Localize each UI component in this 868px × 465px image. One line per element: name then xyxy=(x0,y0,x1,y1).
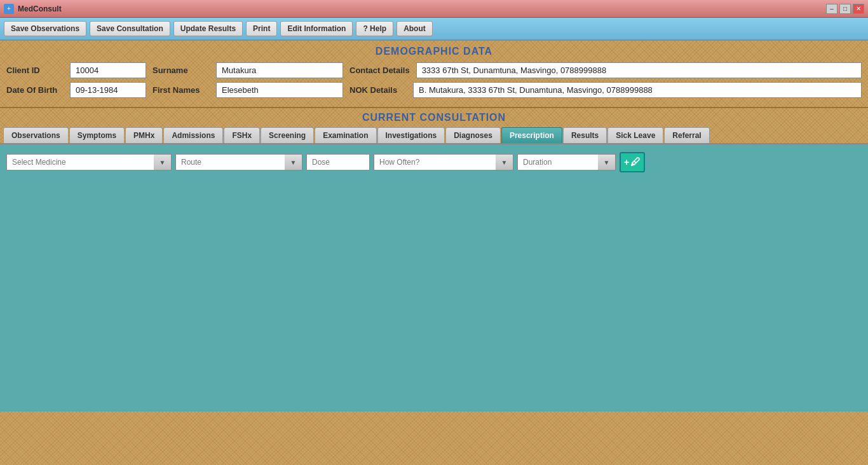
how-often-dropdown-arrow[interactable]: ▼ xyxy=(496,154,513,170)
add-prescription-button[interactable]: + 🖊 xyxy=(620,152,645,172)
main-content: DEMOGRAPHIC DATA Client ID 10004 Surname… xyxy=(0,41,868,465)
edit-information-button[interactable]: Edit Information xyxy=(280,21,353,36)
app-icon: + xyxy=(4,4,14,14)
how-often-select-wrapper: ▼ xyxy=(374,154,513,170)
save-observations-button[interactable]: Save Observations xyxy=(4,21,86,36)
tab-results[interactable]: Results xyxy=(563,127,607,143)
tab-referral[interactable]: Referral xyxy=(664,127,709,143)
tab-fshx[interactable]: FSHx xyxy=(224,127,260,143)
first-names-label: First Names xyxy=(153,85,210,95)
contact-details-label: Contact Details xyxy=(349,66,410,75)
demo-row-1: Client ID 10004 Surname Mutakura Contact… xyxy=(6,62,862,78)
toolbar: Save Observations Save Consultation Upda… xyxy=(0,18,868,41)
tab-admissions[interactable]: Admissions xyxy=(163,127,223,143)
minimize-button[interactable]: – xyxy=(826,4,837,14)
duration-dropdown-arrow[interactable]: ▼ xyxy=(598,154,616,170)
first-names-value: Elesebeth xyxy=(216,82,343,98)
tabs-bar: Observations Symptoms PMHx Admissions FS… xyxy=(0,127,868,144)
consultation-section: CURRENT CONSULTATION Observations Sympto… xyxy=(0,108,868,412)
prescription-form-row: ▼ ▼ ▼ ▼ xyxy=(6,152,862,172)
tab-pmhx[interactable]: PMHx xyxy=(125,127,163,143)
contact-details-value: 3333 67th St, Dunamtuna, Masvingo, 07889… xyxy=(416,62,862,78)
nok-details-label: NOK Details xyxy=(349,85,407,95)
help-button[interactable]: ? Help xyxy=(356,21,393,36)
demo-row-2: Date Of Birth 09-13-1984 First Names Ele… xyxy=(6,82,862,98)
demographic-title: DEMOGRAPHIC DATA xyxy=(6,46,862,57)
medicine-select-input[interactable] xyxy=(6,154,172,170)
medicine-dropdown-arrow[interactable]: ▼ xyxy=(154,154,172,170)
app-title: MedConsult xyxy=(18,4,62,13)
tab-observations[interactable]: Observations xyxy=(3,127,69,143)
duration-select-wrapper: ▼ xyxy=(517,154,616,170)
title-bar: + MedConsult – □ ✕ xyxy=(0,0,868,18)
dose-input[interactable] xyxy=(306,154,370,170)
tab-examination[interactable]: Examination xyxy=(315,127,376,143)
route-select-wrapper: ▼ xyxy=(175,154,302,170)
dob-value: 09-13-1984 xyxy=(70,82,146,98)
tab-prescription[interactable]: Prescription xyxy=(501,127,562,143)
route-select-input[interactable] xyxy=(175,154,302,170)
surname-value: Mutakura xyxy=(216,62,343,78)
consultation-title: CURRENT CONSULTATION xyxy=(0,108,868,127)
medicine-select-wrapper: ▼ xyxy=(6,154,172,170)
print-button[interactable]: Print xyxy=(246,21,277,36)
tab-sick-leave[interactable]: Sick Leave xyxy=(607,127,663,143)
close-button[interactable]: ✕ xyxy=(853,4,864,14)
client-id-label: Client ID xyxy=(6,66,64,75)
surname-label: Surname xyxy=(153,66,210,75)
dob-label: Date Of Birth xyxy=(6,85,64,95)
route-dropdown-arrow[interactable]: ▼ xyxy=(285,154,302,170)
tab-symptoms[interactable]: Symptoms xyxy=(69,127,125,143)
update-results-button[interactable]: Update Results xyxy=(173,21,243,36)
tab-investigations[interactable]: Investigations xyxy=(377,127,445,143)
tab-screening[interactable]: Screening xyxy=(261,127,314,143)
title-bar-left: + MedConsult xyxy=(4,4,62,14)
about-button[interactable]: About xyxy=(397,21,433,36)
save-consultation-button[interactable]: Save Consultation xyxy=(90,21,170,36)
prescription-area: ▼ ▼ ▼ ▼ xyxy=(0,144,868,412)
window-controls: – □ ✕ xyxy=(826,4,864,14)
restore-button[interactable]: □ xyxy=(839,4,851,14)
client-id-value: 10004 xyxy=(70,62,146,78)
add-icon: + 🖊 xyxy=(624,156,641,168)
nok-details-value: B. Mutakura, 3333 67th St, Dunamtuna, Ma… xyxy=(413,82,862,98)
demographic-section: DEMOGRAPHIC DATA Client ID 10004 Surname… xyxy=(0,41,868,108)
how-often-select-input[interactable] xyxy=(374,154,513,170)
tab-diagnoses[interactable]: Diagnoses xyxy=(445,127,501,143)
